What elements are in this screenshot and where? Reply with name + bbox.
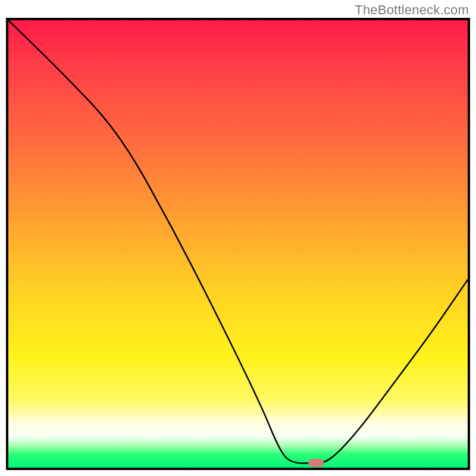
bottleneck-curve-path — [8, 20, 468, 463]
optimal-marker — [308, 459, 324, 467]
watermark-text: TheBottleneck.com — [355, 2, 469, 18]
chart-frame — [6, 18, 470, 470]
chart-line-svg — [8, 20, 468, 468]
